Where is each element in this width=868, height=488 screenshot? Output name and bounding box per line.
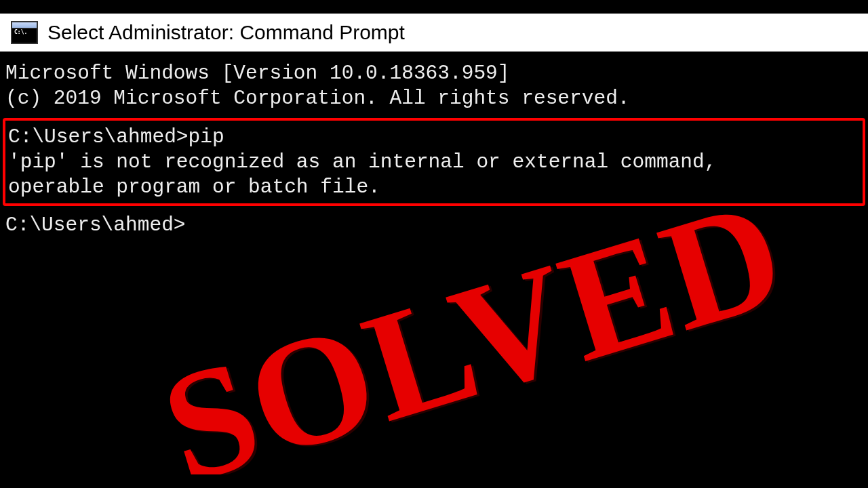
os-banner-copyright: (c) 2019 Microsoft Corporation. All righ… xyxy=(5,86,863,111)
window-title: Select Administrator: Command Prompt xyxy=(47,21,405,44)
os-banner-version: Microsoft Windows [Version 10.0.18363.95… xyxy=(5,61,863,86)
prompt-path: C:\Users\ahmed> xyxy=(8,125,189,148)
letterbox-top xyxy=(0,0,868,14)
highlighted-error-box: C:\Users\ahmed>pip 'pip' is not recogniz… xyxy=(3,118,865,207)
entered-command: pip xyxy=(189,125,224,148)
terminal-output[interactable]: Microsoft Windows [Version 10.0.18363.95… xyxy=(0,52,868,243)
command-prompt-line: C:\Users\ahmed>pip xyxy=(8,125,860,150)
cmd-prompt-icon: C:\. xyxy=(11,21,38,44)
error-message-line1: 'pip' is not recognized as an internal o… xyxy=(8,150,860,175)
letterbox-bottom xyxy=(0,474,868,488)
error-message-line2: operable program or batch file. xyxy=(8,175,860,200)
window-titlebar[interactable]: C:\. Select Administrator: Command Promp… xyxy=(0,14,868,52)
current-prompt[interactable]: C:\Users\ahmed> xyxy=(5,213,863,238)
